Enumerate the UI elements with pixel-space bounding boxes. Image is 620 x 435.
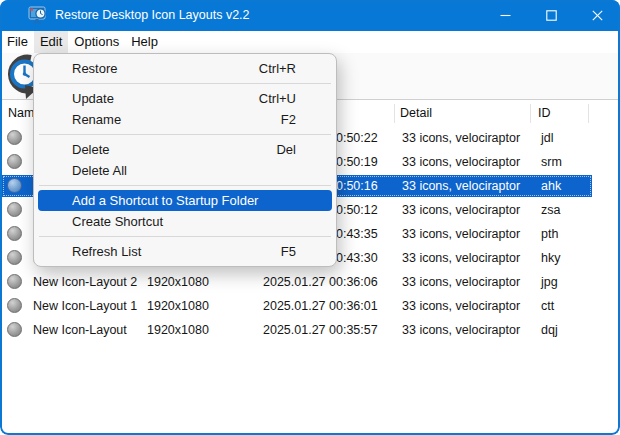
cell-id: ctt <box>541 294 554 318</box>
layout-sphere-icon <box>7 298 22 313</box>
column-header-id[interactable]: ID <box>538 100 551 126</box>
edit-menu: RestoreCtrl+RUpdateCtrl+URenameF2DeleteD… <box>33 53 337 267</box>
layout-sphere-icon <box>7 130 22 145</box>
cell-id: pth <box>541 222 558 246</box>
cell-detail: 33 icons, velociraptor <box>402 222 520 246</box>
menu-item-delete[interactable]: DeleteDel <box>38 139 332 160</box>
close-button[interactable] <box>574 0 620 31</box>
menu-separator <box>39 83 331 84</box>
cell-datetime: 2025.01.27 00:35:57 <box>263 318 378 342</box>
layout-sphere-icon <box>7 178 22 193</box>
cell-detail: 33 icons, velociraptor <box>402 270 520 294</box>
cell-id: srm <box>541 150 562 174</box>
menu-separator <box>39 134 331 135</box>
header-separator <box>588 104 589 123</box>
menu-item-shortcut: F2 <box>281 112 332 127</box>
menu-item-label: Refresh List <box>38 244 141 259</box>
cell-id: zsa <box>541 198 560 222</box>
cell-detail: 33 icons, velociraptor <box>402 126 520 150</box>
layout-sphere-icon <box>7 226 22 241</box>
window-title: Restore Desktop Icon Layouts v2.2 <box>55 0 250 31</box>
cell-resolution: 1920x1080 <box>147 270 209 294</box>
cell-detail: 33 icons, velociraptor <box>402 246 520 270</box>
cell-resolution: 1920x1080 <box>147 294 209 318</box>
maximize-button[interactable] <box>528 0 574 31</box>
table-row[interactable]: New Icon-Layout 21920x10802025.01.27 00:… <box>0 270 620 294</box>
cell-detail: 33 icons, velociraptor <box>402 198 520 222</box>
menu-separator <box>39 236 331 237</box>
menu-item-shortcut: Ctrl+R <box>259 61 332 76</box>
table-row[interactable]: New Icon-Layout 11920x10802025.01.27 00:… <box>0 294 620 318</box>
cell-id: dqj <box>541 318 558 342</box>
window-controls <box>482 0 620 31</box>
menu-item-restore[interactable]: RestoreCtrl+R <box>38 58 332 79</box>
menu-item-add-a-shortcut-to-startup-folder[interactable]: Add a Shortcut to Startup Folder <box>38 190 332 211</box>
cell-id: hky <box>541 246 560 270</box>
menu-item-rename[interactable]: RenameF2 <box>38 109 332 130</box>
cell-name: New Icon-Layout <box>33 318 127 342</box>
menu-item-label: Update <box>38 91 114 106</box>
menu-item-shortcut: Ctrl+U <box>259 91 332 106</box>
cell-detail: 33 icons, velociraptor <box>402 174 520 198</box>
menubar: FileEditOptionsHelp <box>0 31 620 53</box>
cell-detail: 33 icons, velociraptor <box>402 318 520 342</box>
menubar-item-options[interactable]: Options <box>68 31 125 53</box>
app-window: Restore Desktop Icon Layouts v2.2 FileEd… <box>0 0 620 435</box>
cell-id: jpg <box>541 270 558 294</box>
minimize-button[interactable] <box>482 0 528 31</box>
layout-sphere-icon <box>7 274 22 289</box>
cell-id: jdl <box>541 126 554 150</box>
menu-item-label: Create Shortcut <box>38 214 163 229</box>
header-separator <box>394 104 395 123</box>
menu-item-label: Restore <box>38 61 118 76</box>
close-icon <box>592 10 603 21</box>
menu-item-create-shortcut[interactable]: Create Shortcut <box>38 211 332 232</box>
cell-name: New Icon-Layout 1 <box>33 294 137 318</box>
table-row[interactable]: New Icon-Layout1920x10802025.01.27 00:35… <box>0 318 620 342</box>
menubar-item-file[interactable]: File <box>1 31 34 53</box>
layout-sphere-icon <box>7 322 22 337</box>
menu-item-shortcut: F5 <box>281 244 332 259</box>
header-separator <box>530 104 531 123</box>
cell-name: New Icon-Layout 2 <box>33 270 137 294</box>
titlebar[interactable]: Restore Desktop Icon Layouts v2.2 <box>0 0 620 31</box>
menu-item-delete-all[interactable]: Delete All <box>38 160 332 181</box>
layout-sphere-icon <box>7 154 22 169</box>
menubar-item-edit[interactable]: Edit <box>34 31 68 53</box>
menu-item-update[interactable]: UpdateCtrl+U <box>38 88 332 109</box>
menu-separator <box>39 185 331 186</box>
cell-id: ahk <box>541 174 561 198</box>
cell-detail: 33 icons, velociraptor <box>402 150 520 174</box>
layout-sphere-icon <box>7 202 22 217</box>
menu-item-shortcut: Del <box>276 142 332 157</box>
menu-item-label: Delete All <box>38 163 127 178</box>
cell-datetime: 2025.01.27 00:36:06 <box>263 270 378 294</box>
cell-resolution: 1920x1080 <box>147 318 209 342</box>
cell-datetime: 2025.01.27 00:36:01 <box>263 294 378 318</box>
app-icon <box>28 6 48 25</box>
menu-item-label: Add a Shortcut to Startup Folder <box>38 193 258 208</box>
menubar-item-help[interactable]: Help <box>125 31 164 53</box>
cell-detail: 33 icons, velociraptor <box>402 294 520 318</box>
menu-item-refresh-list[interactable]: Refresh ListF5 <box>38 241 332 262</box>
menu-item-label: Delete <box>38 142 110 157</box>
column-header-detail[interactable]: Detail <box>400 100 432 126</box>
menu-item-label: Rename <box>38 112 121 127</box>
maximize-icon <box>546 10 557 21</box>
layout-sphere-icon <box>7 250 22 265</box>
minimize-icon <box>500 10 511 21</box>
